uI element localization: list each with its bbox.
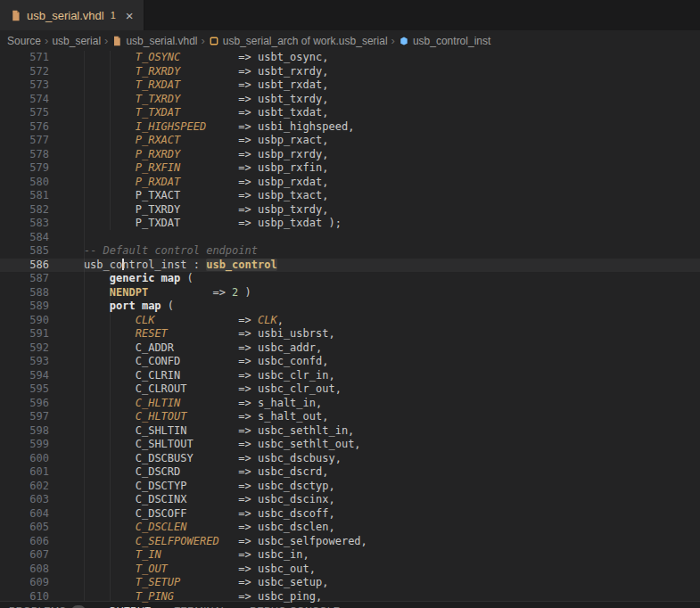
code-line-575[interactable]: 575 T_TXDAT => usbt_txdat, bbox=[0, 106, 700, 120]
code-line-573[interactable]: 573 T_RXDAT => usbt_rxdat, bbox=[0, 78, 700, 93]
breadcrumb-separator: › bbox=[104, 34, 108, 47]
line-number[interactable]: 571 bbox=[0, 51, 49, 65]
breadcrumb: Source›usb_serial›usb_serial.vhdl›usb_se… bbox=[0, 30, 700, 51]
line-number[interactable]: 603 bbox=[0, 493, 49, 507]
line-number[interactable]: 582 bbox=[0, 203, 49, 218]
code-line-588[interactable]: 588 NENDPT => 2 ) bbox=[0, 286, 700, 300]
editor[interactable]: 571 T_OSYNC => usbt_osync,572 T_RXRDY =>… bbox=[0, 51, 700, 608]
code-line-585[interactable]: 585 -- Default control endpoint bbox=[0, 244, 700, 259]
code-line-581[interactable]: 581 P_TXACT => usbp_txact, bbox=[0, 189, 700, 203]
code-line-572[interactable]: 572 T_RXRDY => usbt_rxrdy, bbox=[0, 65, 700, 79]
line-number[interactable]: 607 bbox=[0, 548, 49, 563]
line-number[interactable]: 606 bbox=[0, 535, 49, 549]
code-line-595[interactable]: 595 C_CLROUT => usbc_clr_out, bbox=[0, 382, 700, 397]
code-line-600[interactable]: 600 C_DSCBUSY => usbc_dscbusy, bbox=[0, 452, 700, 466]
line-number[interactable]: 575 bbox=[0, 106, 49, 120]
code-line-592[interactable]: 592 C_ADDR => usbc_addr, bbox=[0, 341, 700, 356]
line-number[interactable]: 610 bbox=[0, 590, 49, 604]
symbol-module-icon bbox=[209, 36, 219, 46]
line-number[interactable]: 590 bbox=[0, 314, 49, 328]
breadcrumb-item[interactable]: usb_control_inst bbox=[399, 35, 490, 47]
breadcrumb-separator: › bbox=[201, 34, 204, 47]
tab-usb-serial-vhdl[interactable]: usb_serial.vhdl 1 × bbox=[0, 0, 144, 30]
code-line-606[interactable]: 606 C_SELFPOWERED => usbc_selfpowered, bbox=[0, 535, 700, 549]
line-number[interactable]: 592 bbox=[0, 341, 49, 356]
line-text: usb_control_inst : usb_control bbox=[49, 259, 277, 273]
breadcrumb-item[interactable]: usb_serial bbox=[52, 35, 101, 47]
code-line-598[interactable]: 598 C_SHLTIN => usbc_sethlt_in, bbox=[0, 424, 700, 439]
code-line-589[interactable]: 589 port map ( bbox=[0, 300, 700, 314]
line-number[interactable]: 605 bbox=[0, 521, 49, 535]
close-icon[interactable]: × bbox=[126, 9, 134, 22]
code-line-593[interactable]: 593 C_CONFD => usbc_confd, bbox=[0, 355, 700, 369]
code-line-579[interactable]: 579 P_RXFIN => usbp_rxfin, bbox=[0, 161, 700, 176]
code-line-591[interactable]: 591 RESET => usbi_usbrst, bbox=[0, 327, 700, 341]
line-number[interactable]: 584 bbox=[0, 231, 49, 245]
code-line-603[interactable]: 603 C_DSCINX => usbc_dscinx, bbox=[0, 493, 700, 507]
line-text: T_TXRDY => usbt_txrdy, bbox=[49, 93, 328, 107]
breadcrumb-item[interactable]: usb_serial_arch of work.usb_serial bbox=[209, 35, 388, 47]
line-number[interactable]: 597 bbox=[0, 410, 49, 424]
code-line-596[interactable]: 596 C_HLTIN => s_halt_in, bbox=[0, 397, 700, 411]
line-number[interactable]: 598 bbox=[0, 424, 49, 439]
code-line-584[interactable]: 584 bbox=[0, 231, 700, 245]
line-text: P_TXRDY => usbp_txrdy, bbox=[49, 203, 328, 218]
line-number[interactable]: 594 bbox=[0, 369, 49, 383]
line-number[interactable]: 600 bbox=[0, 452, 49, 466]
line-number[interactable]: 574 bbox=[0, 93, 49, 107]
code-line-590[interactable]: 590 CLK => CLK, bbox=[0, 314, 700, 328]
breadcrumb-item[interactable]: usb_serial.vhdl bbox=[111, 35, 197, 47]
line-number[interactable]: 583 bbox=[0, 217, 49, 231]
line-number[interactable]: 579 bbox=[0, 161, 49, 176]
code-line-605[interactable]: 605 C_DSCLEN => usbc_dsclen, bbox=[0, 521, 700, 535]
line-number[interactable]: 588 bbox=[0, 286, 49, 300]
line-number[interactable]: 587 bbox=[0, 272, 49, 286]
line-number[interactable]: 595 bbox=[0, 382, 49, 397]
code-line-601[interactable]: 601 C_DSCRD => usbc_dscrd, bbox=[0, 465, 700, 480]
line-number[interactable]: 581 bbox=[0, 189, 49, 203]
code-line-571[interactable]: 571 T_OSYNC => usbt_osync, bbox=[0, 51, 700, 65]
line-number[interactable]: 580 bbox=[0, 176, 49, 190]
line-number[interactable]: 572 bbox=[0, 65, 49, 79]
line-text: P_RXRDY => usbp_rxrdy, bbox=[49, 148, 328, 162]
line-number[interactable]: 596 bbox=[0, 397, 49, 411]
line-text: C_DSCTYP => usbc_dsctyp, bbox=[49, 480, 335, 494]
line-number[interactable]: 591 bbox=[0, 327, 49, 341]
code-line-599[interactable]: 599 C_SHLTOUT => usbc_sethlt_out, bbox=[0, 438, 700, 452]
code-line-587[interactable]: 587 generic map ( bbox=[0, 272, 700, 286]
code-line-597[interactable]: 597 C_HLTOUT => s_halt_out, bbox=[0, 410, 700, 424]
line-number[interactable]: 577 bbox=[0, 134, 49, 148]
line-number[interactable]: 573 bbox=[0, 78, 49, 93]
code-line-608[interactable]: 608 T_OUT => usbc_out, bbox=[0, 563, 700, 577]
line-number[interactable]: 589 bbox=[0, 300, 49, 314]
code-line-577[interactable]: 577 P_RXACT => usbp_rxact, bbox=[0, 134, 700, 148]
line-number[interactable]: 586 bbox=[0, 259, 49, 273]
code-line-582[interactable]: 582 P_TXRDY => usbp_txrdy, bbox=[0, 203, 700, 218]
line-number[interactable]: 585 bbox=[0, 244, 49, 259]
breadcrumb-item[interactable]: Source bbox=[7, 35, 41, 47]
line-number[interactable]: 593 bbox=[0, 355, 49, 369]
code-line-604[interactable]: 604 C_DSCOFF => usbc_dscoff, bbox=[0, 507, 700, 522]
code-line-580[interactable]: 580 P_RXDAT => usbp_rxdat, bbox=[0, 176, 700, 190]
code-line-594[interactable]: 594 C_CLRIN => usbc_clr_in, bbox=[0, 369, 700, 383]
line-number[interactable]: 608 bbox=[0, 563, 49, 577]
code-line-602[interactable]: 602 C_DSCTYP => usbc_dsctyp, bbox=[0, 480, 700, 494]
line-number[interactable]: 602 bbox=[0, 480, 49, 494]
line-text: C_CLROUT => usbc_clr_out, bbox=[49, 382, 342, 397]
code-line-609[interactable]: 609 T_SETUP => usbc_setup, bbox=[0, 576, 700, 590]
line-number[interactable]: 578 bbox=[0, 148, 49, 162]
code-line-607[interactable]: 607 T_IN => usbc_in, bbox=[0, 548, 700, 563]
code-line-578[interactable]: 578 P_RXRDY => usbp_rxrdy, bbox=[0, 148, 700, 162]
code-area: 571 T_OSYNC => usbt_osync,572 T_RXRDY =>… bbox=[0, 51, 700, 604]
code-line-583[interactable]: 583 P_TXDAT => usbp_txdat ); bbox=[0, 217, 700, 231]
line-number[interactable]: 601 bbox=[0, 465, 49, 480]
line-number[interactable]: 609 bbox=[0, 576, 49, 590]
line-number[interactable]: 576 bbox=[0, 120, 49, 135]
code-line-586[interactable]: 586 usb_control_inst : usb_control bbox=[0, 259, 700, 273]
line-number[interactable]: 599 bbox=[0, 438, 49, 452]
code-line-610[interactable]: 610 T_PING => usbc_ping, bbox=[0, 590, 700, 604]
code-line-574[interactable]: 574 T_TXRDY => usbt_txrdy, bbox=[0, 93, 700, 107]
line-text: NENDPT => 2 ) bbox=[49, 286, 251, 300]
code-line-576[interactable]: 576 I_HIGHSPEED => usbi_highspeed, bbox=[0, 120, 700, 135]
line-number[interactable]: 604 bbox=[0, 507, 49, 522]
